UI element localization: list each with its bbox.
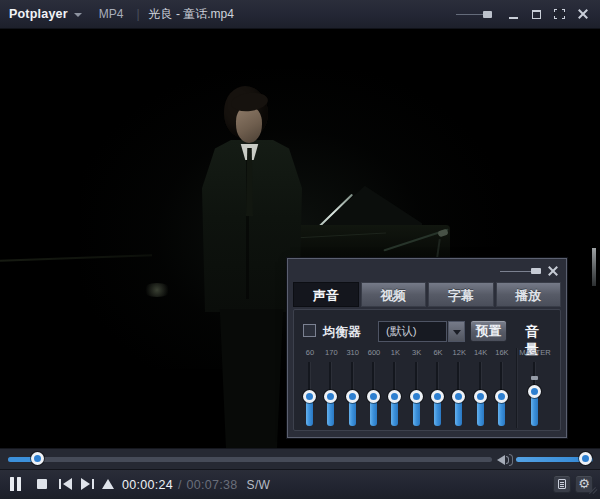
chevron-down-icon[interactable] — [74, 13, 82, 17]
preset-dropdown[interactable]: (默认) — [378, 321, 447, 342]
slider-knob[interactable] — [410, 390, 423, 403]
time-display: 00:00:24 / 00:07:38 S/W — [122, 470, 270, 499]
chevron-down-icon — [453, 330, 461, 335]
titlebar-controls — [456, 7, 600, 21]
tab-video[interactable]: 视频 — [361, 282, 427, 307]
eq-band-slider[interactable] — [343, 360, 363, 428]
stop-button[interactable] — [37, 479, 47, 489]
eq-band-310: 310 — [343, 348, 363, 428]
eq-band-3k: 3K — [407, 348, 427, 428]
slider-knob[interactable] — [452, 390, 465, 403]
titlebar: Potplayer MP4 | 光良 - 童话.mp4 — [0, 0, 600, 29]
next-icon-triangle — [81, 478, 90, 490]
panel-opacity-handle[interactable] — [531, 268, 541, 274]
pause-button[interactable] — [10, 477, 14, 491]
eq-band-170: 170 — [321, 348, 341, 428]
tab-playback[interactable]: 播放 — [496, 282, 562, 307]
window-opacity-slider[interactable] — [456, 11, 488, 18]
eq-band-label: 6K — [433, 348, 442, 360]
master-volume-slider[interactable] — [525, 360, 545, 428]
eq-band-6k: 6K — [428, 348, 448, 428]
eq-band-slider[interactable] — [407, 360, 427, 428]
eq-band-14k: 14K — [471, 348, 491, 428]
minimize-icon — [509, 17, 518, 19]
seek-knob[interactable] — [31, 452, 44, 465]
eq-band-16k: 16K — [492, 348, 512, 428]
slider-knob[interactable] — [528, 385, 541, 398]
maximize-icon — [532, 10, 541, 19]
singer-pants — [217, 309, 286, 448]
opacity-slider-handle[interactable] — [483, 11, 492, 18]
slider-knob[interactable] — [346, 390, 359, 403]
app-menu-button[interactable]: Potplayer — [9, 7, 68, 21]
previous-icon — [59, 479, 61, 489]
slider-knob[interactable] — [303, 390, 316, 403]
panel-tabs: 声音 视频 字幕 播放 — [293, 282, 561, 307]
eq-band-1k: 1K — [385, 348, 405, 428]
sound-tab-body: 均衡器 (默认) 预置 音量 60 170 — [293, 309, 561, 431]
master-divider — [516, 348, 517, 428]
eq-band-slider[interactable] — [385, 360, 405, 428]
eq-band-label: 1K — [391, 348, 400, 360]
stand-edge-highlight — [592, 248, 596, 286]
equalizer-bands: 60 170 310 600 — [300, 348, 512, 428]
slider-knob[interactable] — [388, 390, 401, 403]
panel-opacity-slider[interactable] — [500, 267, 538, 275]
slider-knob[interactable] — [474, 390, 487, 403]
slider-knob[interactable] — [495, 390, 508, 403]
previous-button[interactable] — [59, 478, 73, 490]
tab-sound[interactable]: 声音 — [293, 282, 359, 307]
eq-band-slider[interactable] — [364, 360, 384, 428]
volume-knob[interactable] — [579, 452, 592, 465]
master-label: MASTER — [519, 348, 550, 360]
equalizer-controls: 均衡器 (默认) 预置 音量 — [303, 320, 551, 344]
eq-band-slider[interactable] — [300, 360, 320, 428]
preset-button[interactable]: 预置 — [470, 320, 507, 342]
media-title: 光良 - 童话.mp4 — [149, 6, 234, 23]
eq-band-600: 600 — [364, 348, 384, 428]
fullscreen-button[interactable] — [553, 7, 567, 21]
eq-band-slider[interactable] — [471, 360, 491, 428]
speaker-wave-large — [509, 454, 513, 466]
speaker-cone — [497, 455, 505, 465]
bottom-control-bar: 00:00:24 / 00:07:38 S/W ⚙ — [0, 470, 600, 499]
slider-knob[interactable] — [367, 390, 380, 403]
eq-band-label: 14K — [474, 348, 487, 360]
master-volume-column: MASTER — [518, 348, 552, 428]
preset-dropdown-arrow-button[interactable] — [448, 321, 465, 342]
eq-band-slider[interactable] — [428, 360, 448, 428]
format-badge: MP4 — [99, 7, 124, 21]
equalizer-checkbox-label[interactable]: 均衡器 — [323, 324, 361, 341]
equalizer-checkbox[interactable] — [303, 324, 316, 337]
pause-icon[interactable] — [17, 477, 21, 491]
singer-face — [236, 106, 262, 143]
maximize-button[interactable] — [530, 7, 544, 21]
time-separator: / — [178, 478, 181, 492]
playlist-icon — [558, 479, 566, 489]
minimize-button[interactable] — [507, 7, 521, 21]
eq-band-label: 600 — [368, 348, 381, 360]
gear-icon: ⚙ — [576, 476, 592, 492]
slider-knob[interactable] — [431, 390, 444, 403]
eq-band-label: 3K — [412, 348, 421, 360]
panel-close-button[interactable] — [547, 265, 559, 277]
panel-header[interactable] — [288, 259, 566, 282]
eq-band-slider[interactable] — [492, 360, 512, 428]
fullscreen-icon — [554, 9, 565, 19]
eq-band-12k: 12K — [449, 348, 469, 428]
speaker-icon[interactable] — [497, 454, 513, 466]
slider-knob[interactable] — [324, 390, 337, 403]
equalizer-area: 60 170 310 600 — [294, 348, 560, 428]
open-file-button[interactable] — [102, 479, 115, 489]
eject-icon — [102, 479, 114, 489]
title-separator: | — [136, 7, 139, 21]
eq-band-slider[interactable] — [449, 360, 469, 428]
seek-bar[interactable] — [8, 457, 492, 462]
close-button[interactable] — [576, 7, 590, 21]
eq-band-60: 60 — [300, 348, 320, 428]
total-time: 00:07:38 — [187, 478, 238, 492]
tab-subtitles[interactable]: 字幕 — [428, 282, 494, 307]
next-button[interactable] — [81, 478, 95, 490]
eq-band-slider[interactable] — [321, 360, 341, 428]
playlist-button[interactable] — [553, 475, 571, 493]
